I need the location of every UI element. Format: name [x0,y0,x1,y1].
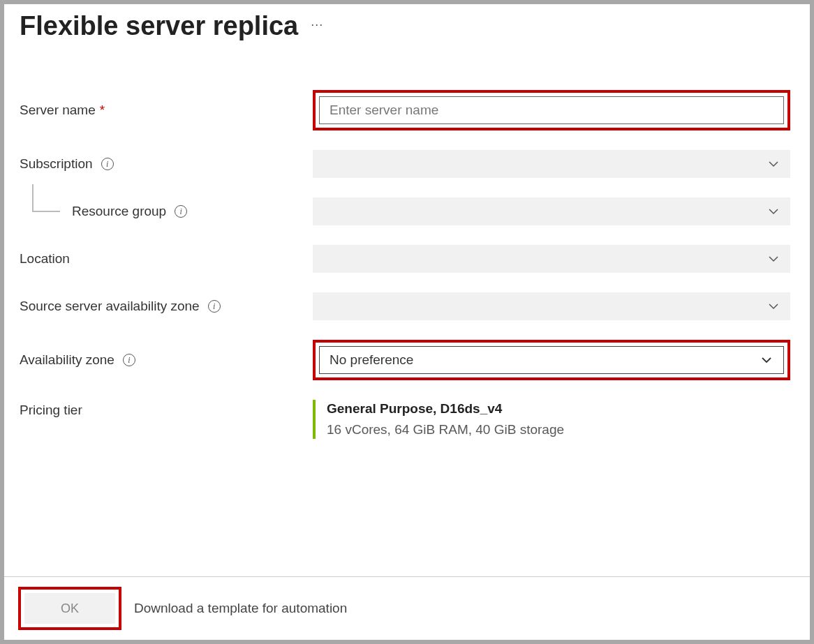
label-subscription: Subscription i [20,156,313,172]
info-icon[interactable]: i [175,205,187,218]
row-server-name: Server name * [20,90,790,130]
subscription-dropdown[interactable] [313,150,790,178]
row-source-az: Source server availability zone i [20,292,790,320]
footer-bar: OK Download a template for automation [4,576,810,640]
label-availability-zone: Availability zone i [20,352,313,368]
chevron-down-icon [767,204,780,218]
chevron-down-icon [767,299,780,313]
label-pricing-tier: Pricing tier [20,400,313,418]
info-icon[interactable]: i [123,354,135,366]
availability-zone-dropdown[interactable]: No preference [319,346,784,374]
pricing-tier-block: General Purpose, D16ds_v4 16 vCores, 64 … [313,400,790,439]
row-resource-group: Resource group i [20,197,790,225]
pricing-sku: General Purpose, D16ds_v4 [327,401,790,417]
chevron-down-icon [767,252,780,266]
tree-line-icon [32,184,60,212]
label-server-name: Server name * [20,103,313,118]
resource-group-dropdown[interactable] [313,197,790,225]
chevron-down-icon [760,353,774,367]
highlight-availability-zone: No preference [313,340,790,380]
highlight-server-name [313,90,790,130]
pricing-details: 16 vCores, 64 GiB RAM, 40 GiB storage [327,422,790,437]
ok-button[interactable]: OK [24,593,115,624]
title-row: Flexible server replica ··· [20,11,790,41]
label-resource-group: Resource group i [20,204,313,219]
row-pricing-tier: Pricing tier General Purpose, D16ds_v4 1… [20,400,790,439]
label-location: Location [20,251,313,267]
location-dropdown[interactable] [313,245,790,273]
source-az-dropdown[interactable] [313,292,790,320]
highlight-ok: OK [18,587,121,630]
more-icon[interactable]: ··· [311,17,323,35]
info-icon[interactable]: i [208,300,221,313]
page-title: Flexible server replica [20,11,298,41]
label-source-az: Source server availability zone i [20,299,313,314]
download-template-link[interactable]: Download a template for automation [134,601,347,616]
info-icon[interactable]: i [101,158,114,170]
server-name-input[interactable] [319,96,784,124]
panel-content: Flexible server replica ··· Server name … [4,4,810,576]
replica-panel: Flexible server replica ··· Server name … [4,4,810,640]
chevron-down-icon [767,157,780,171]
required-indicator: * [100,103,105,118]
row-availability-zone: Availability zone i No preference [20,340,790,380]
row-subscription: Subscription i [20,150,790,178]
row-location: Location [20,245,790,273]
